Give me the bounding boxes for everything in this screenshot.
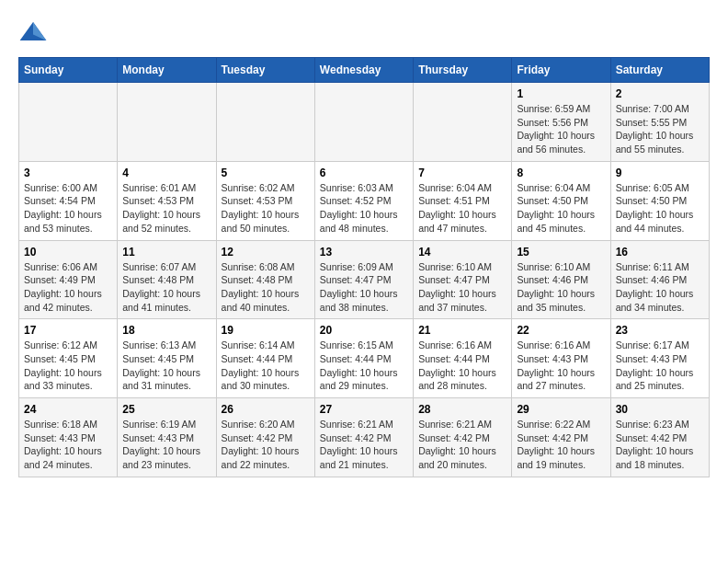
calendar-cell: 3Sunrise: 6:00 AM Sunset: 4:54 PM Daylig… [19,161,118,240]
calendar-cell: 7Sunrise: 6:04 AM Sunset: 4:51 PM Daylig… [414,161,512,240]
day-number: 29 [517,403,605,416]
calendar-cell [118,83,216,162]
calendar-cell: 21Sunrise: 6:16 AM Sunset: 4:44 PM Dayli… [414,319,512,398]
day-number: 30 [616,403,704,416]
day-number: 13 [320,246,408,259]
day-number: 11 [122,246,210,259]
calendar-week-row: 24Sunrise: 6:18 AM Sunset: 4:43 PM Dayli… [19,398,710,477]
day-of-week-header: Tuesday [216,58,314,83]
day-number: 7 [418,167,506,179]
calendar-week-row: 1Sunrise: 6:59 AM Sunset: 5:56 PM Daylig… [19,83,710,162]
day-of-week-header: Thursday [414,58,512,83]
day-info: Sunrise: 6:03 AM Sunset: 4:52 PM Dayligh… [320,181,408,236]
day-number: 12 [222,246,310,259]
day-info: Sunrise: 6:14 AM Sunset: 4:44 PM Dayligh… [222,339,310,393]
calendar-cell [414,83,512,162]
calendar-cell: 18Sunrise: 6:13 AM Sunset: 4:45 PM Dayli… [118,319,216,398]
day-number: 6 [320,167,408,179]
day-info: Sunrise: 6:09 AM Sunset: 4:47 PM Dayligh… [320,260,408,315]
calendar-cell: 25Sunrise: 6:19 AM Sunset: 4:43 PM Dayli… [118,398,216,477]
day-info: Sunrise: 6:17 AM Sunset: 4:43 PM Dayligh… [616,339,704,393]
day-of-week-header: Wednesday [314,58,413,83]
calendar-header-row: SundayMondayTuesdayWednesdayThursdayFrid… [19,58,710,83]
calendar-cell: 8Sunrise: 6:04 AM Sunset: 4:50 PM Daylig… [512,161,610,240]
calendar-cell: 6Sunrise: 6:03 AM Sunset: 4:52 PM Daylig… [314,161,413,240]
calendar-cell: 17Sunrise: 6:12 AM Sunset: 4:45 PM Dayli… [19,319,118,398]
day-info: Sunrise: 6:21 AM Sunset: 4:42 PM Dayligh… [320,418,408,472]
day-info: Sunrise: 6:01 AM Sunset: 4:53 PM Dayligh… [122,181,210,236]
calendar-cell: 30Sunrise: 6:23 AM Sunset: 4:42 PM Dayli… [610,398,709,477]
logo-icon [18,18,48,48]
day-number: 20 [320,324,408,337]
day-number: 5 [222,167,310,179]
day-info: Sunrise: 6:22 AM Sunset: 4:42 PM Dayligh… [517,418,605,472]
calendar-cell: 2Sunrise: 7:00 AM Sunset: 5:55 PM Daylig… [610,83,709,162]
day-number: 23 [616,324,704,337]
calendar-cell: 13Sunrise: 6:09 AM Sunset: 4:47 PM Dayli… [314,240,413,319]
day-of-week-header: Monday [118,58,216,83]
day-number: 4 [122,167,210,179]
calendar-week-row: 10Sunrise: 6:06 AM Sunset: 4:49 PM Dayli… [19,240,710,319]
day-number: 2 [616,87,704,100]
day-info: Sunrise: 6:16 AM Sunset: 4:43 PM Dayligh… [517,339,605,393]
calendar-cell: 1Sunrise: 6:59 AM Sunset: 5:56 PM Daylig… [512,83,610,162]
day-info: Sunrise: 6:12 AM Sunset: 4:45 PM Dayligh… [24,339,112,393]
day-info: Sunrise: 6:13 AM Sunset: 4:45 PM Dayligh… [122,339,210,393]
calendar-cell: 5Sunrise: 6:02 AM Sunset: 4:53 PM Daylig… [216,161,314,240]
day-number: 17 [24,324,112,337]
day-number: 16 [616,246,704,259]
calendar-cell: 16Sunrise: 6:11 AM Sunset: 4:46 PM Dayli… [610,240,709,319]
calendar-cell: 15Sunrise: 6:10 AM Sunset: 4:46 PM Dayli… [512,240,610,319]
day-of-week-header: Saturday [610,58,709,83]
day-info: Sunrise: 6:11 AM Sunset: 4:46 PM Dayligh… [616,260,704,315]
day-number: 27 [320,403,408,416]
logo [18,18,51,48]
calendar-cell [314,83,413,162]
day-number: 26 [222,403,310,416]
day-info: Sunrise: 6:23 AM Sunset: 4:42 PM Dayligh… [616,418,704,472]
day-number: 25 [122,403,210,416]
day-number: 9 [616,167,704,179]
calendar-table: SundayMondayTuesdayWednesdayThursdayFrid… [18,57,710,477]
calendar-cell: 28Sunrise: 6:21 AM Sunset: 4:42 PM Dayli… [414,398,512,477]
day-number: 3 [24,167,112,179]
calendar-cell: 12Sunrise: 6:08 AM Sunset: 4:48 PM Dayli… [216,240,314,319]
day-info: Sunrise: 6:15 AM Sunset: 4:44 PM Dayligh… [320,339,408,393]
calendar-cell: 27Sunrise: 6:21 AM Sunset: 4:42 PM Dayli… [314,398,413,477]
day-info: Sunrise: 6:06 AM Sunset: 4:49 PM Dayligh… [24,260,112,315]
day-info: Sunrise: 6:59 AM Sunset: 5:56 PM Dayligh… [517,102,605,156]
calendar-cell: 4Sunrise: 6:01 AM Sunset: 4:53 PM Daylig… [118,161,216,240]
day-info: Sunrise: 7:00 AM Sunset: 5:55 PM Dayligh… [616,102,704,156]
day-info: Sunrise: 6:04 AM Sunset: 4:51 PM Dayligh… [418,181,506,236]
day-info: Sunrise: 6:02 AM Sunset: 4:53 PM Dayligh… [222,181,310,236]
calendar-week-row: 3Sunrise: 6:00 AM Sunset: 4:54 PM Daylig… [19,161,710,240]
day-info: Sunrise: 6:19 AM Sunset: 4:43 PM Dayligh… [122,418,210,472]
day-number: 18 [122,324,210,337]
day-of-week-header: Friday [512,58,610,83]
calendar-cell: 22Sunrise: 6:16 AM Sunset: 4:43 PM Dayli… [512,319,610,398]
calendar-cell: 26Sunrise: 6:20 AM Sunset: 4:42 PM Dayli… [216,398,314,477]
day-info: Sunrise: 6:00 AM Sunset: 4:54 PM Dayligh… [24,181,112,236]
calendar-cell: 14Sunrise: 6:10 AM Sunset: 4:47 PM Dayli… [414,240,512,319]
day-info: Sunrise: 6:10 AM Sunset: 4:46 PM Dayligh… [517,260,605,315]
day-number: 28 [418,403,506,416]
day-number: 19 [222,324,310,337]
day-number: 24 [24,403,112,416]
day-number: 14 [418,246,506,259]
day-info: Sunrise: 6:21 AM Sunset: 4:42 PM Dayligh… [418,418,506,472]
calendar-cell [216,83,314,162]
day-info: Sunrise: 6:04 AM Sunset: 4:50 PM Dayligh… [517,181,605,236]
calendar-cell [19,83,118,162]
calendar-cell: 24Sunrise: 6:18 AM Sunset: 4:43 PM Dayli… [19,398,118,477]
day-number: 21 [418,324,506,337]
day-info: Sunrise: 6:05 AM Sunset: 4:50 PM Dayligh… [616,181,704,236]
day-info: Sunrise: 6:10 AM Sunset: 4:47 PM Dayligh… [418,260,506,315]
day-number: 15 [517,246,605,259]
day-number: 8 [517,167,605,179]
page-header [18,18,710,48]
calendar-cell: 19Sunrise: 6:14 AM Sunset: 4:44 PM Dayli… [216,319,314,398]
calendar-cell: 9Sunrise: 6:05 AM Sunset: 4:50 PM Daylig… [610,161,709,240]
day-info: Sunrise: 6:16 AM Sunset: 4:44 PM Dayligh… [418,339,506,393]
day-of-week-header: Sunday [19,58,118,83]
day-info: Sunrise: 6:08 AM Sunset: 4:48 PM Dayligh… [222,260,310,315]
